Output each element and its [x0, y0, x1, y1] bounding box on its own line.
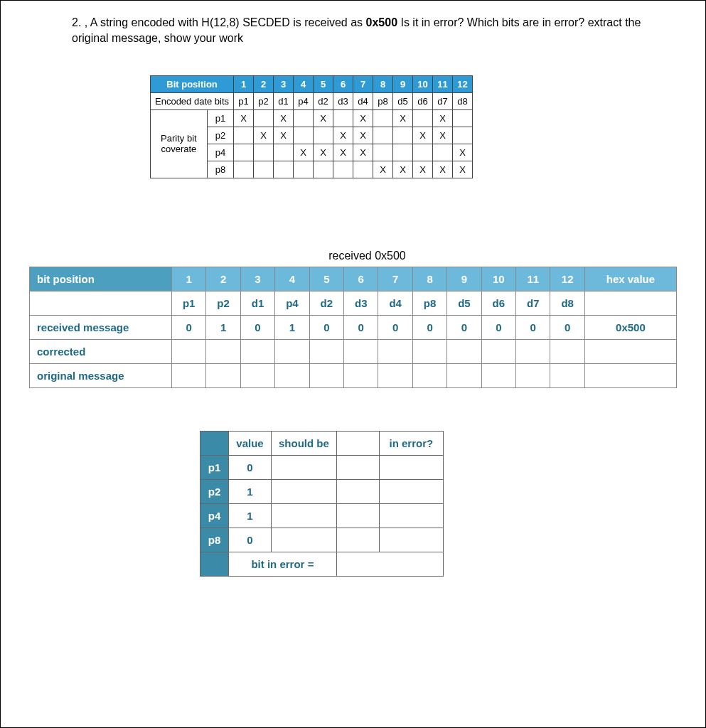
- ws-cell: [412, 363, 446, 387]
- cov-mark: X: [333, 127, 353, 144]
- problem-bold: 0x500: [366, 16, 398, 28]
- cov-enc: d2: [314, 92, 333, 109]
- cov-mark: X: [314, 109, 333, 127]
- pc-hdr-inerror: in error?: [379, 431, 443, 455]
- ws-cell: [206, 339, 240, 363]
- ws-cell: [344, 363, 378, 387]
- cov-mark: [333, 109, 353, 127]
- ws-cell: 0: [516, 315, 550, 339]
- cov-pos: 10: [413, 75, 433, 92]
- ws-type: d7: [516, 291, 550, 315]
- ws-pos: 7: [378, 267, 412, 291]
- cov-mark: X: [353, 109, 373, 127]
- cov-header-label: Bit position: [151, 75, 234, 92]
- cov-row-name: p8: [207, 161, 233, 178]
- problem-statement: 2. , A string encoded with H(12,8) SECDE…: [72, 15, 655, 47]
- pc-shouldbe: [272, 503, 337, 528]
- cov-mark: [373, 109, 393, 127]
- ws-type-hex: [584, 291, 676, 315]
- cov-encoded-label: Encoded date bits: [151, 92, 234, 109]
- ws-type: d5: [447, 291, 481, 315]
- cov-mark: [373, 144, 393, 161]
- pc-footer-corner: [200, 552, 229, 576]
- ws-type: p2: [206, 291, 240, 315]
- cov-mark: [413, 109, 433, 127]
- cov-mark: X: [453, 144, 473, 161]
- ws-row-label: original message: [30, 363, 172, 387]
- cov-mark: X: [274, 127, 294, 144]
- problem-number: 2.: [72, 16, 81, 28]
- cov-mark: [433, 144, 453, 161]
- ws-cell: [275, 339, 309, 363]
- pc-blank: [336, 528, 379, 552]
- pc-value: 0: [229, 455, 272, 479]
- pc-value: 0: [229, 528, 272, 552]
- ws-type: p4: [275, 291, 309, 315]
- cov-pos: 3: [274, 75, 294, 92]
- cov-mark: [393, 127, 413, 144]
- cov-mark: [314, 127, 333, 144]
- cov-enc: d3: [333, 92, 353, 109]
- cov-row-name: p2: [207, 127, 233, 144]
- ws-cell: [309, 339, 343, 363]
- pc-hdr-blank: [336, 431, 379, 455]
- ws-type: d4: [378, 291, 412, 315]
- ws-cell: 0: [172, 315, 206, 339]
- cov-mark: X: [314, 144, 333, 161]
- ws-type: p8: [412, 291, 446, 315]
- pc-blank: [336, 479, 379, 503]
- cov-mark: [294, 127, 314, 144]
- cov-mark: X: [433, 127, 453, 144]
- cov-mark: X: [353, 127, 373, 144]
- cov-mark: [234, 127, 254, 144]
- ws-type: d3: [344, 291, 378, 315]
- cov-pos: 6: [333, 75, 353, 92]
- coverage-table: Bit position 1 2 3 4 5 6 7 8 9 10 11 12 …: [150, 75, 473, 178]
- ws-pos: 11: [516, 267, 550, 291]
- parity-check-table: value should be in error? p1 0 p2 1 p4: [200, 431, 444, 577]
- ws-pos: 1: [172, 267, 206, 291]
- pc-shouldbe: [272, 455, 337, 479]
- ws-cell: 0: [550, 315, 584, 339]
- ws-cell: 0: [412, 315, 446, 339]
- cov-mark: X: [353, 144, 373, 161]
- ws-cell: 0: [344, 315, 378, 339]
- ws-pos: 9: [447, 267, 481, 291]
- ws-cell: [447, 363, 481, 387]
- ws-header-label: bit position: [30, 267, 172, 291]
- cov-enc: d5: [393, 92, 413, 109]
- pc-row-name: p8: [200, 528, 229, 552]
- ws-pos: 10: [481, 267, 515, 291]
- pc-value: 1: [229, 503, 272, 528]
- ws-cell: 0: [309, 315, 343, 339]
- ws-cell: [275, 363, 309, 387]
- pc-inerror: [379, 528, 443, 552]
- ws-type: p1: [172, 291, 206, 315]
- cov-mark: [413, 144, 433, 161]
- ws-cell: 1: [206, 315, 240, 339]
- cov-mark: [294, 109, 314, 127]
- ws-cell: [516, 363, 550, 387]
- pc-footer-label: bit in error =: [229, 552, 337, 576]
- cov-mark: X: [433, 109, 453, 127]
- cov-mark: [453, 109, 473, 127]
- ws-cell: [550, 339, 584, 363]
- ws-pos: 3: [240, 267, 274, 291]
- ws-cell: [206, 363, 240, 387]
- cov-enc: d6: [413, 92, 433, 109]
- pc-row-name: p1: [200, 455, 229, 479]
- ws-cell: [516, 339, 550, 363]
- pc-hdr-value: value: [229, 431, 272, 455]
- cov-pos: 2: [254, 75, 274, 92]
- cov-enc: d7: [433, 92, 453, 109]
- cov-mark: [393, 144, 413, 161]
- cov-mark: X: [433, 161, 453, 178]
- cov-mark: [353, 161, 373, 178]
- pc-value: 1: [229, 479, 272, 503]
- cov-mark: [314, 161, 333, 178]
- ws-cell: [172, 339, 206, 363]
- ws-cell: [378, 339, 412, 363]
- ws-type: d6: [481, 291, 515, 315]
- cov-pos: 9: [393, 75, 413, 92]
- cov-pos: 11: [433, 75, 453, 92]
